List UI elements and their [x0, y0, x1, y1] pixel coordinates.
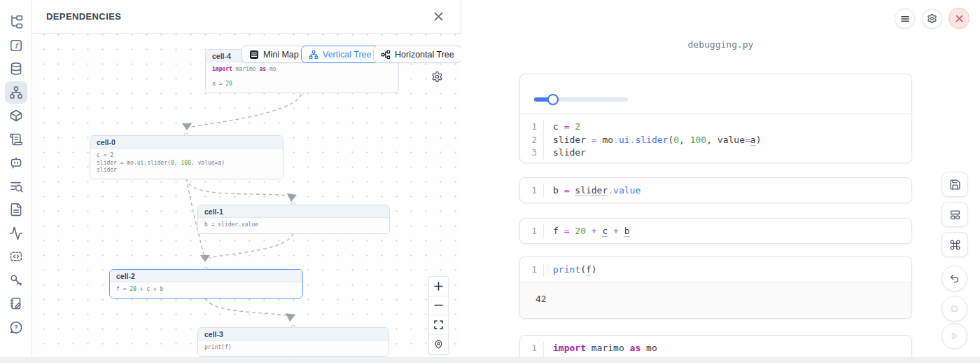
fit-view-button[interactable]: [429, 315, 448, 335]
cell-code-editor[interactable]: 1c = 2 2slider = mo.ui.slider(0, 100, va…: [520, 114, 911, 163]
view-mode-horizontal-tree-button[interactable]: Horizontal Tree: [373, 46, 461, 63]
save-icon: [949, 179, 961, 191]
graph-code-line: f = 20 + c + b: [116, 286, 296, 294]
view-mode-label: Horizontal Tree: [395, 50, 454, 60]
sidebar-item-variables[interactable]: f: [5, 34, 27, 57]
graph-node-title: cell-0: [90, 136, 283, 149]
chat-bot-icon: [9, 156, 23, 170]
zoom-out-button[interactable]: [429, 296, 448, 316]
undo-icon: [949, 273, 960, 284]
panel-title: DEPENDENCIES: [46, 11, 121, 22]
line-number: 3: [520, 146, 544, 160]
graph-code-line: [212, 74, 392, 81]
cell-code-editor[interactable]: 1print(f): [520, 257, 911, 282]
cell-output-text: 42: [520, 294, 911, 304]
sidebar-item-datasources[interactable]: [5, 57, 27, 80]
line-number: 2: [520, 134, 544, 147]
sidebar-item-help[interactable]: ?: [5, 316, 27, 338]
notebook-menu-button[interactable]: [895, 8, 915, 29]
document-icon: [9, 203, 23, 217]
sidebar-item-scratchpad[interactable]: [5, 292, 27, 315]
graph-node-title: cell-3: [198, 328, 388, 341]
run-button[interactable]: [941, 323, 967, 349]
svg-text:?: ?: [14, 324, 18, 331]
dependencies-panel: DEPENDENCIES: [32, 0, 461, 357]
sidebar-item-snippets[interactable]: [5, 245, 27, 268]
code-line: import marimo as mo: [544, 342, 657, 355]
line-number: 1: [520, 121, 544, 134]
stop-icon: [949, 303, 960, 314]
hamburger-menu-icon: [900, 14, 910, 24]
dependencies-panel-header: DEPENDENCIES: [32, 0, 461, 34]
search-lines-icon: [9, 179, 23, 193]
sidebar-item-dependencies[interactable]: [5, 81, 27, 104]
shutdown-button[interactable]: [948, 8, 969, 29]
notebook-cell: 1b = slider.value: [519, 177, 912, 203]
sidebar-item-search-logs[interactable]: [5, 175, 27, 198]
file-tree-icon: [9, 15, 23, 29]
package-icon: [9, 109, 23, 123]
close-icon: [433, 11, 444, 22]
cell-output-area: [520, 74, 911, 114]
graph-node-cell-3[interactable]: cell-3 print(f): [197, 327, 389, 357]
close-icon: [955, 14, 964, 23]
undo-button[interactable]: [941, 266, 967, 292]
graph-node-cell-2[interactable]: cell-2 f = 20 + c + b: [109, 269, 303, 299]
notebook-settings-button[interactable]: [922, 8, 942, 29]
sidebar-item-packages[interactable]: [5, 104, 27, 127]
cell-code-editor[interactable]: 1f = 20 + c + b: [520, 219, 911, 244]
stop-button[interactable]: [941, 296, 967, 322]
layout-toggle-button[interactable]: [941, 202, 968, 227]
view-mode-vertical-tree-button[interactable]: Vertical Tree: [301, 46, 379, 63]
line-number: 1: [520, 342, 544, 355]
sidebar-item-logs[interactable]: [5, 128, 27, 151]
view-mode-label: Vertical Tree: [323, 50, 371, 60]
sidebar-item-documentation[interactable]: [5, 198, 27, 221]
sidebar-item-file-tree[interactable]: [5, 11, 27, 33]
dependency-graph-canvas[interactable]: cell-4 import marimo as mo a = 20 cell-0…: [32, 34, 461, 357]
graph-code-line: slider = mo.ui.slider(0, 100, value=a): [97, 160, 276, 167]
save-button[interactable]: [941, 172, 968, 197]
notebook-cell: 1c = 2 2slider = mo.ui.slider(0, 100, va…: [519, 74, 912, 163]
sidebar-item-secrets[interactable]: [5, 269, 27, 292]
helper-panel-sidebar: f ?: [0, 0, 32, 357]
graph-node-cell-1[interactable]: cell-1 b = slider.value: [197, 205, 390, 234]
variables-icon: f: [9, 39, 23, 53]
key-icon: [9, 273, 23, 287]
cell-code-editor[interactable]: 1b = slider.value: [520, 178, 911, 203]
line-number: 1: [520, 225, 544, 238]
slider-track[interactable]: [534, 97, 628, 102]
notebook-filename: debugging.py: [461, 39, 980, 50]
gear-icon: [431, 71, 443, 83]
graph-node-title: cell-2: [110, 270, 302, 282]
panel-close-button[interactable]: [430, 8, 447, 25]
vertical-tree-icon: [309, 50, 318, 60]
help-icon: ?: [9, 320, 23, 334]
sidebar-item-chat[interactable]: [5, 151, 27, 174]
graph-code-line: c = 2: [97, 152, 276, 160]
graph-code-line: slider: [97, 167, 276, 174]
graph-code-line: import marimo as mo: [212, 66, 392, 74]
graph-settings-button[interactable]: [431, 71, 444, 83]
graph-node-cell-0[interactable]: cell-0 c = 2 slider = mo.ui.slider(0, 10…: [90, 135, 284, 179]
scratchpad-icon: [9, 296, 23, 310]
zoom-in-button[interactable]: [429, 277, 448, 296]
keyboard-shortcuts-button[interactable]: [941, 232, 968, 257]
sidebar-item-tracing[interactable]: [5, 222, 27, 245]
minimap-icon: [249, 50, 259, 60]
code-line: slider: [544, 146, 586, 160]
graph-code-line: b = slider.value: [204, 221, 383, 229]
notebook-cell: 1print(f) 42: [519, 256, 912, 319]
slider-thumb[interactable]: [547, 94, 559, 105]
graph-node-title: cell-1: [198, 205, 389, 218]
code-line: c = 2: [544, 121, 580, 134]
locate-cell-button[interactable]: [429, 335, 448, 355]
bottom-scroll-strip: [0, 357, 980, 363]
plus-icon: [434, 282, 443, 291]
view-mode-minimap-button[interactable]: Mini Map: [241, 46, 307, 63]
layout-panels-icon: [949, 209, 961, 221]
command-icon: [949, 239, 961, 251]
code-line: b = slider.value: [544, 184, 640, 198]
graph-code-line: print(f): [204, 344, 382, 352]
dependency-graph-icon: [9, 85, 23, 100]
